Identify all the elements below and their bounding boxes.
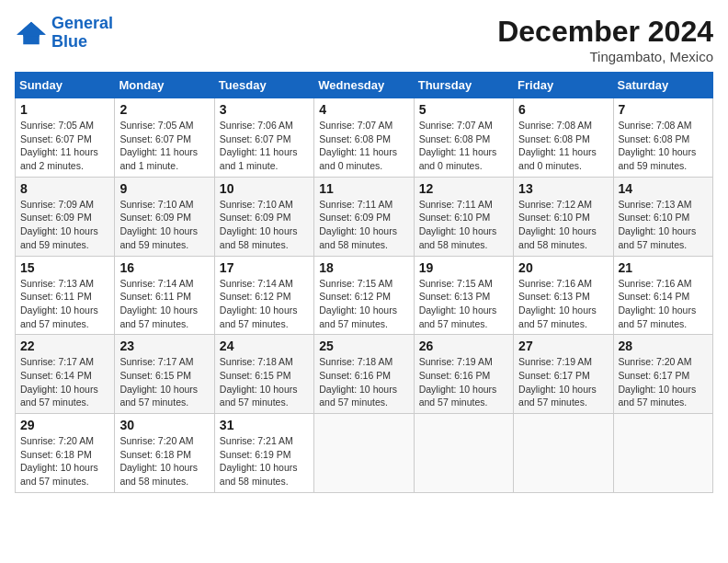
day-number: 31 [220, 418, 309, 432]
day-number: 20 [518, 260, 608, 275]
calendar-header-row: SundayMondayTuesdayWednesdayThursdayFrid… [16, 73, 713, 98]
day-info: Sunrise: 7:18 AMSunset: 6:16 PMDaylight:… [319, 355, 408, 409]
day-info: Sunrise: 7:06 AMSunset: 6:07 PMDaylight:… [220, 119, 309, 173]
calendar-cell: 14Sunrise: 7:13 AMSunset: 6:10 PMDayligh… [613, 177, 712, 256]
calendar-cell: 26Sunrise: 7:19 AMSunset: 6:16 PMDayligh… [414, 335, 513, 414]
day-number: 26 [419, 339, 508, 353]
day-number: 28 [619, 339, 708, 353]
day-number: 11 [319, 181, 408, 196]
calendar-week-4: 22Sunrise: 7:17 AMSunset: 6:14 PMDayligh… [16, 335, 713, 414]
logo-icon [15, 20, 48, 46]
calendar-cell: 1Sunrise: 7:05 AMSunset: 6:07 PMDaylight… [16, 98, 115, 178]
day-info: Sunrise: 7:13 AMSunset: 6:10 PMDaylight:… [619, 198, 708, 252]
day-number: 23 [119, 339, 209, 353]
calendar-cell: 5Sunrise: 7:07 AMSunset: 6:08 PMDaylight… [414, 98, 513, 178]
day-info: Sunrise: 7:07 AMSunset: 6:08 PMDaylight:… [319, 119, 408, 173]
logo: General Blue [15, 15, 113, 52]
day-info: Sunrise: 7:20 AMSunset: 6:18 PMDaylight:… [119, 434, 209, 488]
day-number: 29 [20, 418, 109, 432]
day-number: 24 [220, 339, 309, 353]
calendar-cell [514, 414, 613, 493]
logo-line2: Blue [51, 32, 87, 51]
day-number: 2 [119, 102, 209, 117]
column-header-sunday: Sunday [16, 73, 115, 98]
day-number: 14 [619, 181, 708, 196]
day-info: Sunrise: 7:13 AMSunset: 6:11 PMDaylight:… [20, 277, 109, 331]
day-info: Sunrise: 7:18 AMSunset: 6:15 PMDaylight:… [220, 355, 309, 409]
day-info: Sunrise: 7:09 AMSunset: 6:09 PMDaylight:… [20, 198, 109, 252]
day-number: 4 [319, 102, 408, 117]
calendar-cell: 2Sunrise: 7:05 AMSunset: 6:07 PMDaylight… [115, 98, 214, 178]
svg-marker-1 [17, 22, 46, 37]
day-info: Sunrise: 7:10 AMSunset: 6:09 PMDaylight:… [220, 198, 309, 252]
calendar-cell: 16Sunrise: 7:14 AMSunset: 6:11 PMDayligh… [115, 256, 214, 335]
calendar-week-3: 15Sunrise: 7:13 AMSunset: 6:11 PMDayligh… [16, 256, 713, 335]
calendar-cell: 3Sunrise: 7:06 AMSunset: 6:07 PMDaylight… [214, 98, 313, 178]
calendar-cell: 27Sunrise: 7:19 AMSunset: 6:17 PMDayligh… [514, 335, 613, 414]
day-info: Sunrise: 7:19 AMSunset: 6:16 PMDaylight:… [419, 355, 508, 409]
day-info: Sunrise: 7:11 AMSunset: 6:09 PMDaylight:… [319, 198, 408, 252]
day-number: 17 [220, 260, 309, 275]
day-info: Sunrise: 7:21 AMSunset: 6:19 PMDaylight:… [220, 434, 309, 488]
day-info: Sunrise: 7:14 AMSunset: 6:12 PMDaylight:… [220, 277, 309, 331]
day-info: Sunrise: 7:08 AMSunset: 6:08 PMDaylight:… [619, 119, 708, 173]
day-number: 30 [119, 418, 209, 432]
calendar: SundayMondayTuesdayWednesdayThursdayFrid… [15, 72, 713, 493]
logo-text: General Blue [51, 15, 113, 52]
calendar-cell: 21Sunrise: 7:16 AMSunset: 6:14 PMDayligh… [613, 256, 712, 335]
day-number: 6 [518, 102, 608, 117]
day-info: Sunrise: 7:19 AMSunset: 6:17 PMDaylight:… [518, 355, 608, 409]
month-year: December 2024 [497, 15, 713, 49]
calendar-cell: 29Sunrise: 7:20 AMSunset: 6:18 PMDayligh… [16, 414, 115, 493]
calendar-cell: 9Sunrise: 7:10 AMSunset: 6:09 PMDaylight… [115, 177, 214, 256]
column-header-saturday: Saturday [613, 73, 712, 98]
day-number: 19 [419, 260, 508, 275]
day-info: Sunrise: 7:14 AMSunset: 6:11 PMDaylight:… [119, 277, 209, 331]
column-header-friday: Friday [514, 73, 613, 98]
calendar-cell: 13Sunrise: 7:12 AMSunset: 6:10 PMDayligh… [514, 177, 613, 256]
calendar-week-1: 1Sunrise: 7:05 AMSunset: 6:07 PMDaylight… [16, 98, 713, 178]
calendar-cell: 28Sunrise: 7:20 AMSunset: 6:17 PMDayligh… [613, 335, 712, 414]
calendar-cell: 12Sunrise: 7:11 AMSunset: 6:10 PMDayligh… [414, 177, 513, 256]
calendar-cell: 23Sunrise: 7:17 AMSunset: 6:15 PMDayligh… [115, 335, 214, 414]
day-number: 5 [419, 102, 508, 117]
day-number: 8 [20, 181, 109, 196]
day-info: Sunrise: 7:07 AMSunset: 6:08 PMDaylight:… [419, 119, 508, 173]
calendar-cell: 18Sunrise: 7:15 AMSunset: 6:12 PMDayligh… [314, 256, 414, 335]
column-header-wednesday: Wednesday [314, 73, 414, 98]
column-header-thursday: Thursday [414, 73, 513, 98]
day-number: 16 [119, 260, 209, 275]
calendar-cell: 20Sunrise: 7:16 AMSunset: 6:13 PMDayligh… [514, 256, 613, 335]
logo-line1: General [51, 14, 113, 32]
column-header-tuesday: Tuesday [214, 73, 313, 98]
day-info: Sunrise: 7:05 AMSunset: 6:07 PMDaylight:… [119, 119, 209, 173]
column-header-monday: Monday [115, 73, 214, 98]
calendar-cell: 31Sunrise: 7:21 AMSunset: 6:19 PMDayligh… [214, 414, 313, 493]
calendar-cell: 17Sunrise: 7:14 AMSunset: 6:12 PMDayligh… [214, 256, 313, 335]
day-info: Sunrise: 7:17 AMSunset: 6:15 PMDaylight:… [119, 355, 209, 409]
day-number: 18 [319, 260, 408, 275]
day-number: 7 [619, 102, 708, 117]
day-info: Sunrise: 7:15 AMSunset: 6:13 PMDaylight:… [419, 277, 508, 331]
day-info: Sunrise: 7:05 AMSunset: 6:07 PMDaylight:… [20, 119, 109, 173]
day-number: 15 [20, 260, 109, 275]
day-number: 12 [419, 181, 508, 196]
calendar-cell [314, 414, 414, 493]
calendar-cell: 11Sunrise: 7:11 AMSunset: 6:09 PMDayligh… [314, 177, 414, 256]
day-number: 10 [220, 181, 309, 196]
calendar-cell: 19Sunrise: 7:15 AMSunset: 6:13 PMDayligh… [414, 256, 513, 335]
calendar-cell: 4Sunrise: 7:07 AMSunset: 6:08 PMDaylight… [314, 98, 414, 178]
calendar-cell: 24Sunrise: 7:18 AMSunset: 6:15 PMDayligh… [214, 335, 313, 414]
day-info: Sunrise: 7:10 AMSunset: 6:09 PMDaylight:… [119, 198, 209, 252]
calendar-cell: 25Sunrise: 7:18 AMSunset: 6:16 PMDayligh… [314, 335, 414, 414]
calendar-cell: 22Sunrise: 7:17 AMSunset: 6:14 PMDayligh… [16, 335, 115, 414]
day-info: Sunrise: 7:11 AMSunset: 6:10 PMDaylight:… [419, 198, 508, 252]
calendar-cell: 10Sunrise: 7:10 AMSunset: 6:09 PMDayligh… [214, 177, 313, 256]
day-info: Sunrise: 7:08 AMSunset: 6:08 PMDaylight:… [518, 119, 608, 173]
day-number: 9 [119, 181, 209, 196]
day-info: Sunrise: 7:20 AMSunset: 6:18 PMDaylight:… [20, 434, 109, 488]
day-info: Sunrise: 7:12 AMSunset: 6:10 PMDaylight:… [518, 198, 608, 252]
calendar-cell: 8Sunrise: 7:09 AMSunset: 6:09 PMDaylight… [16, 177, 115, 256]
calendar-cell [414, 414, 513, 493]
location: Tingambato, Mexico [497, 49, 713, 64]
